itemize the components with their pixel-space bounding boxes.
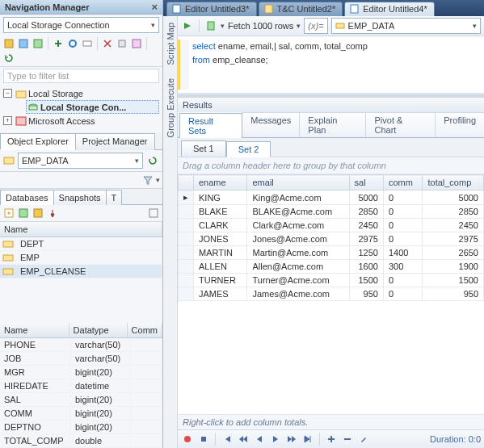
chevron-down-icon[interactable]: ▾: [156, 176, 160, 184]
col-ename[interactable]: ename: [194, 175, 247, 191]
table-row[interactable]: ALLENAllen@Acme.com16003001900: [179, 260, 484, 274]
record-icon[interactable]: [181, 433, 194, 446]
close-icon[interactable]: ×: [151, 0, 158, 15]
svg-rect-14: [34, 209, 42, 217]
tab-snapshots[interactable]: Snapshots: [53, 190, 107, 205]
table-row[interactable]: TURNERTurner@Acme.com150001500: [179, 274, 484, 287]
next-icon[interactable]: [269, 433, 282, 446]
tree-ms-access[interactable]: + Microsoft Access: [3, 114, 159, 128]
toolbar-icon-1[interactable]: [2, 37, 15, 50]
gutter: [178, 40, 189, 90]
connection-dropdown[interactable]: Local Storage Connection ▾: [3, 17, 159, 33]
group-by-hint[interactable]: Drag a column header here to group by th…: [178, 157, 484, 174]
fetch-label[interactable]: Fetch 1000 rows: [228, 21, 293, 31]
toolbar-icon-7[interactable]: [101, 37, 114, 50]
stop-icon[interactable]: [197, 433, 210, 446]
expander-icon[interactable]: −: [3, 89, 12, 98]
toolbar-icon-8[interactable]: [116, 37, 128, 50]
grid-icon[interactable]: [17, 207, 30, 220]
refresh-icon[interactable]: [146, 154, 159, 167]
tree-local-storage[interactable]: − Local Storage: [3, 86, 159, 100]
edit-icon[interactable]: [357, 433, 370, 446]
tab-set-2[interactable]: Set 2: [226, 141, 271, 157]
column-row[interactable]: DEPTNObigint(20): [0, 421, 162, 434]
overflow-icon[interactable]: [147, 207, 160, 220]
header-name[interactable]: Name: [0, 323, 69, 337]
first-icon[interactable]: [221, 433, 234, 446]
db-tabs: Databases Snapshots T: [0, 189, 162, 205]
schema-combo[interactable]: EMP_DATA ▾: [331, 18, 481, 34]
filter-input[interactable]: Type to filter list: [3, 69, 159, 83]
run-script-icon[interactable]: [204, 19, 217, 32]
table-row[interactable]: JONESJones@Acme.com297502975: [179, 232, 484, 246]
table-row[interactable]: MARTINMartin@Acme.com125014002650: [179, 246, 484, 260]
header-comm[interactable]: Comm: [128, 323, 162, 337]
editor-tab-2[interactable]: T&C Untitled2*: [259, 2, 343, 16]
col-email[interactable]: email: [247, 175, 349, 191]
toolbar-icon-5[interactable]: [66, 37, 79, 50]
table-row[interactable]: BLAKEBLAKE@Acme.com285002850: [179, 205, 484, 219]
run-icon[interactable]: [181, 19, 194, 32]
toolbar-icon-3[interactable]: [32, 37, 44, 50]
tab-messages[interactable]: Messages: [242, 112, 300, 137]
sql-editor[interactable]: select ename, email,| sal, comm, total_c…: [178, 36, 484, 93]
header-datatype[interactable]: Datatype: [69, 323, 128, 337]
tab-profiling[interactable]: Profiling: [435, 112, 484, 137]
prev-page-icon[interactable]: [237, 433, 250, 446]
remove-icon[interactable]: [341, 433, 354, 446]
grid-icon-2[interactable]: [32, 207, 44, 220]
editor-tab-3[interactable]: Editor Untitled4*: [344, 2, 435, 16]
table-row[interactable]: CLARKClark@Acme.com245002450: [179, 219, 484, 232]
toolbar-icon-6[interactable]: [81, 37, 94, 50]
variable-button[interactable]: (x)=: [304, 18, 327, 34]
col-total[interactable]: total_comp: [423, 175, 484, 191]
db-item[interactable]: EMP_CLEANSE: [0, 265, 162, 278]
chevron-down-icon[interactable]: ▾: [297, 22, 301, 30]
tab-set-1[interactable]: Set 1: [181, 140, 226, 157]
svg-rect-19: [173, 5, 180, 13]
vtab-script-map[interactable]: Script Map: [166, 19, 175, 69]
column-row[interactable]: JOBvarchar(50): [0, 352, 162, 366]
table-row[interactable]: JAMESJames@Acme.com9500950: [179, 287, 484, 301]
nav-title-bar: Navigation Manager ×: [0, 0, 162, 15]
filter-icon[interactable]: [141, 174, 154, 186]
column-row[interactable]: TOTAL_COMPdouble: [0, 434, 162, 448]
tab-project-manager[interactable]: Project Manager: [75, 133, 155, 150]
chevron-down-icon[interactable]: ▾: [221, 22, 225, 30]
last-icon[interactable]: [301, 433, 314, 446]
tab-databases[interactable]: Databases: [0, 190, 54, 205]
results-grid[interactable]: ename email sal comm total_comp ▸KINGKin…: [178, 174, 484, 414]
pin-icon[interactable]: [46, 207, 59, 220]
tab-t[interactable]: T: [106, 190, 123, 205]
col-comm[interactable]: comm: [383, 175, 423, 191]
db-item[interactable]: EMP: [0, 251, 162, 265]
editor-tab-1[interactable]: Editor Untitled3*: [166, 2, 257, 16]
new-icon[interactable]: [2, 207, 15, 220]
toolbar-icon-4[interactable]: [52, 37, 65, 50]
header-name[interactable]: Name: [0, 222, 162, 237]
tab-object-explorer[interactable]: Object Explorer: [0, 133, 76, 150]
vtab-group-execute[interactable]: Group Execute: [166, 75, 175, 140]
tab-explain[interactable]: Explain Plan: [299, 112, 366, 137]
sql-code[interactable]: select ename, email,| sal, comm, total_c…: [189, 40, 371, 90]
db-item[interactable]: DEPT: [0, 237, 162, 251]
column-row[interactable]: MGRbigint(20): [0, 366, 162, 379]
tab-result-sets[interactable]: Result Sets: [179, 113, 242, 138]
column-row[interactable]: HIREDATEdatetime: [0, 379, 162, 393]
tree-local-storage-con[interactable]: Local Storage Con...: [26, 100, 159, 114]
next-page-icon[interactable]: [285, 433, 298, 446]
column-row[interactable]: COMMbigint(20): [0, 407, 162, 421]
object-combo[interactable]: EMP_DATA ▾: [18, 153, 143, 169]
column-row[interactable]: PHONEvarchar(50): [0, 338, 162, 352]
toolbar-icon-9[interactable]: [130, 37, 143, 50]
editor-tab-label: Editor Untitled4*: [363, 4, 427, 14]
expander-icon[interactable]: +: [3, 116, 12, 125]
col-sal[interactable]: sal: [349, 175, 383, 191]
prev-icon[interactable]: [253, 433, 266, 446]
toolbar-icon-2[interactable]: [17, 37, 30, 50]
refresh-icon[interactable]: [2, 52, 15, 65]
tab-pivot[interactable]: Pivot & Chart: [365, 112, 436, 137]
column-row[interactable]: SALbigint(20): [0, 393, 162, 407]
table-row[interactable]: ▸KINGKing@Acme.com500005000: [179, 191, 484, 205]
add-icon[interactable]: [325, 433, 338, 446]
